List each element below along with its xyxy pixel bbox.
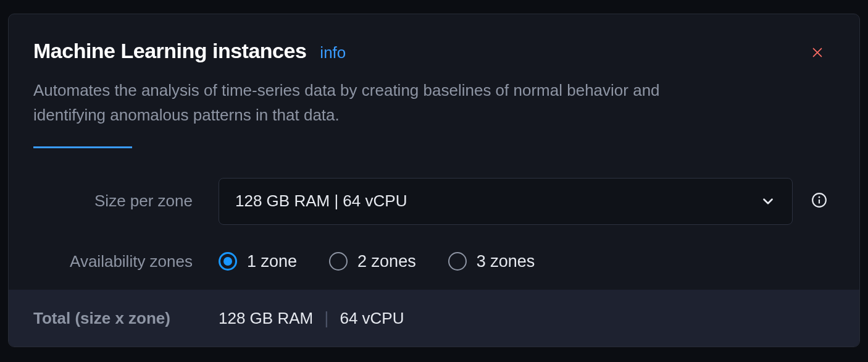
card-header: Machine Learning instances info Automate… (9, 14, 859, 148)
total-value: 128 GB RAM | 64 vCPU (219, 308, 404, 328)
info-link[interactable]: info (320, 43, 346, 62)
zone-radio-3[interactable]: 3 zones (448, 252, 535, 271)
availability-zones-radio-group: 1 zone2 zones3 zones (219, 252, 535, 271)
total-footer: Total (size x zone) 128 GB RAM | 64 vCPU (9, 290, 859, 347)
availability-zones-row: Availability zones 1 zone2 zones3 zones (33, 252, 835, 271)
form-body: Size per zone 128 GB RAM | 64 vCPU (9, 148, 859, 271)
info-icon (811, 192, 827, 211)
chevron-down-icon (760, 193, 776, 209)
zone-radio-2[interactable]: 2 zones (329, 252, 416, 271)
zone-radio-label: 2 zones (357, 252, 416, 271)
card-description: Automates the analysis of time-series da… (33, 78, 712, 128)
radio-dot (223, 257, 232, 266)
zone-radio-1[interactable]: 1 zone (219, 252, 297, 271)
zone-radio-label: 3 zones (477, 252, 535, 271)
close-icon (811, 46, 824, 62)
size-per-zone-select[interactable]: 128 GB RAM | 64 vCPU (219, 178, 793, 225)
total-label: Total (size x zone) (33, 309, 219, 328)
close-button[interactable] (807, 44, 827, 64)
radio-unchecked-icon (329, 252, 348, 271)
total-ram: 128 GB RAM (219, 309, 313, 328)
card-title: Machine Learning instances (33, 39, 306, 63)
ml-instances-card: Machine Learning instances info Automate… (8, 14, 860, 347)
radio-checked-icon (219, 252, 237, 271)
total-cpu: 64 vCPU (340, 309, 404, 328)
availability-zones-label: Availability zones (33, 252, 219, 271)
size-info-button[interactable] (810, 192, 828, 211)
radio-unchecked-icon (448, 252, 467, 271)
size-per-zone-row: Size per zone 128 GB RAM | 64 vCPU (33, 178, 835, 225)
title-row: Machine Learning instances info (33, 39, 835, 63)
active-tab-indicator (33, 146, 132, 148)
zone-radio-label: 1 zone (247, 252, 297, 271)
total-divider: | (324, 308, 328, 328)
svg-point-4 (819, 196, 820, 198)
size-per-zone-value: 128 GB RAM | 64 vCPU (235, 192, 407, 211)
size-per-zone-label: Size per zone (33, 192, 219, 211)
